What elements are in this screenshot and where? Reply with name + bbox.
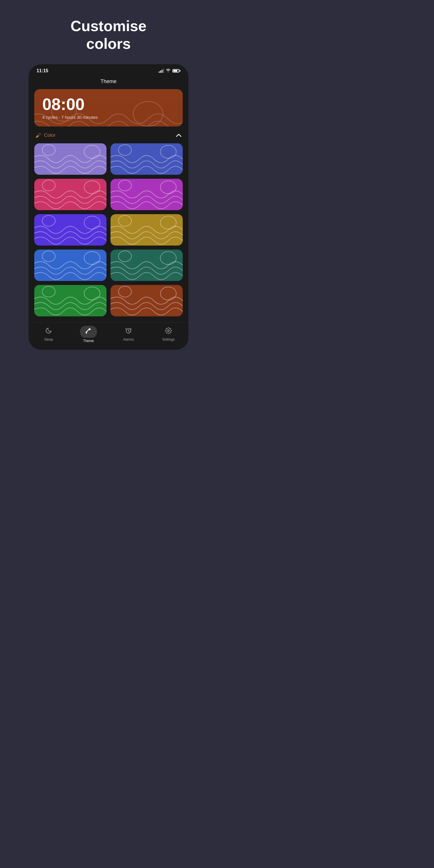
- svg-point-12: [160, 216, 177, 229]
- brush-icon: 🖌: [35, 132, 41, 139]
- status-time: 11:15: [36, 68, 48, 73]
- nav-label-settings: Settings: [162, 338, 175, 341]
- svg-line-24: [87, 329, 89, 332]
- color-swatch-pink[interactable]: [34, 179, 106, 210]
- color-swatch-blue2[interactable]: [34, 250, 106, 281]
- nav-label-alarms: Alarms: [123, 338, 134, 341]
- color-swatch-indigo[interactable]: [34, 214, 106, 246]
- svg-point-15: [42, 251, 55, 261]
- color-swatch-gold[interactable]: [111, 214, 183, 246]
- theme-icon: [85, 329, 92, 336]
- alarms-icon: [125, 327, 132, 336]
- color-swatch-blue[interactable]: [111, 143, 183, 175]
- nav-item-sleep[interactable]: Sleep: [40, 327, 57, 341]
- color-swatch-purple-light[interactable]: [34, 143, 106, 175]
- battery-icon: [173, 69, 181, 72]
- wifi-icon: [165, 68, 171, 73]
- svg-point-11: [42, 215, 55, 226]
- nav-item-theme[interactable]: Theme: [80, 326, 97, 343]
- settings-icon: [165, 327, 172, 336]
- nav-item-settings[interactable]: Settings: [160, 327, 177, 341]
- svg-point-5: [119, 145, 132, 155]
- hero-title: Customise colors: [70, 17, 147, 53]
- svg-point-16: [160, 252, 177, 265]
- svg-point-18: [84, 287, 100, 300]
- nav-label-sleep: Sleep: [44, 338, 53, 341]
- color-swatch-green[interactable]: [34, 285, 106, 316]
- svg-point-14: [84, 252, 100, 265]
- color-grid: [34, 143, 183, 322]
- svg-point-13: [119, 215, 132, 226]
- alarm-time: 08:00: [42, 96, 175, 113]
- color-header-left: 🖌 Color: [35, 132, 56, 139]
- svg-point-21: [119, 286, 132, 297]
- svg-point-3: [42, 145, 55, 155]
- svg-point-10: [84, 216, 100, 229]
- svg-point-8: [160, 181, 177, 194]
- svg-point-6: [84, 181, 100, 194]
- screen-title: Theme: [29, 79, 188, 85]
- color-swatch-teal[interactable]: [111, 250, 183, 281]
- nav-item-alarms[interactable]: Alarms: [120, 327, 137, 341]
- alarm-card[interactable]: 08:00 4 cycles · 7 hours 30 minutes: [34, 89, 183, 126]
- color-section: 🖌 Color: [29, 132, 188, 322]
- status-icons: [159, 68, 181, 73]
- svg-rect-25: [89, 328, 91, 330]
- color-swatch-orange-red[interactable]: [111, 285, 183, 316]
- alarm-cycles: 4 cycles · 7 hours 30 minutes: [42, 115, 175, 120]
- color-swatch-purple[interactable]: [111, 179, 183, 210]
- svg-point-9: [119, 180, 132, 191]
- svg-point-27: [167, 330, 169, 332]
- status-bar: 11:15: [29, 64, 188, 76]
- bottom-nav: Sleep Theme: [29, 322, 188, 350]
- svg-point-2: [84, 145, 100, 158]
- svg-point-4: [160, 145, 177, 158]
- signal-icon: [159, 69, 164, 73]
- phone-frame: 11:15 Theme: [29, 64, 188, 350]
- color-label: Color: [44, 132, 56, 138]
- nav-label-theme: Theme: [83, 339, 94, 343]
- sleep-icon: [45, 327, 52, 336]
- chevron-up-icon[interactable]: [176, 132, 182, 138]
- color-header: 🖌 Color: [34, 132, 183, 139]
- svg-point-7: [42, 180, 55, 191]
- svg-point-17: [119, 251, 132, 261]
- svg-point-20: [160, 287, 177, 300]
- svg-point-19: [42, 286, 55, 297]
